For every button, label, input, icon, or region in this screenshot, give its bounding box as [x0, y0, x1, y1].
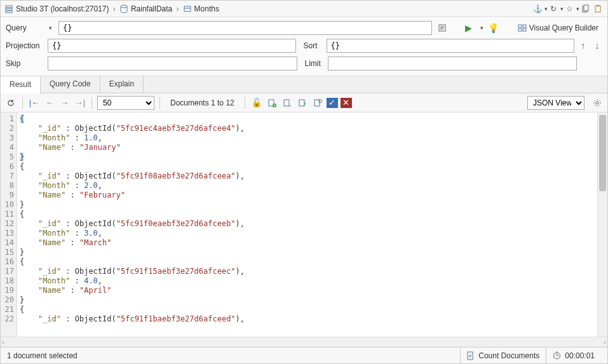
collection-icon [183, 4, 192, 13]
sort-desc-icon[interactable]: ↓ [592, 41, 602, 51]
run-button[interactable]: ▶ [463, 22, 475, 34]
delete-icon[interactable]: ✕ [341, 98, 352, 108]
crumb-connection[interactable]: Studio 3T (localhost:27017) [4, 4, 109, 13]
sort-asc-icon[interactable]: ↑ [578, 41, 588, 51]
svg-rect-8 [595, 6, 600, 12]
crumb-connection-label: Studio 3T (localhost:27017) [16, 4, 109, 13]
tab-query-code[interactable]: Query Code [41, 76, 100, 93]
json-code[interactable]: { "_id" : ObjectId("5fc91ec4aebf3e27d6af… [17, 112, 597, 337]
status-bar: 1 document selected # Count Documents 00… [1, 347, 607, 363]
svg-rect-4 [184, 6, 191, 11]
line-gutter: 1 2 3 4 5 6 7 8 9 10 11 12 13 14 15 16 1… [1, 112, 17, 337]
scrollbar-vertical[interactable] [597, 112, 607, 337]
copy-icon[interactable] [579, 3, 591, 15]
svg-rect-2 [6, 11, 12, 13]
svg-text:#: # [469, 353, 472, 359]
documents-range-label: Documents 1 to 12 [170, 98, 234, 107]
query-dropdown[interactable]: ▾ [49, 25, 52, 31]
query-label: Query [6, 24, 44, 32]
scrollbar-thumb[interactable] [599, 115, 606, 191]
breadcrumb-sep: › [113, 4, 116, 13]
svg-rect-9 [597, 5, 599, 6]
crumb-collection[interactable]: Months [183, 4, 219, 13]
refresh-icon[interactable] [4, 97, 17, 109]
hint-icon[interactable]: 💡 [487, 22, 500, 34]
export-doc-icon[interactable] [311, 97, 324, 109]
paste-icon[interactable] [592, 3, 604, 15]
query-panel: Query ▾ ▶ ▾ 💡 Visual Query Builder Proje… [1, 17, 607, 76]
scroll-right-icon[interactable]: › [604, 339, 606, 346]
crumb-database-label: RainfallData [131, 4, 172, 13]
history-icon[interactable]: ↻ [548, 3, 559, 15]
nav-next-icon[interactable]: → [58, 97, 71, 109]
svg-point-3 [121, 5, 127, 8]
svg-point-25 [318, 99, 321, 102]
json-viewer: 1 2 3 4 5 6 7 8 9 10 11 12 13 14 15 16 1… [1, 112, 607, 337]
svg-rect-16 [518, 29, 522, 31]
sort-input[interactable] [327, 39, 575, 53]
count-documents-button[interactable]: # Count Documents [460, 347, 546, 363]
check-icon[interactable]: ✓ [327, 98, 338, 108]
projection-label: Projection [6, 41, 44, 50]
breadcrumb: Studio 3T (localhost:27017) › RainfallDa… [1, 1, 607, 17]
nav-first-icon[interactable]: |← [28, 97, 41, 109]
sort-label: Sort [304, 41, 323, 50]
lock-icon[interactable]: 🔓 [250, 97, 263, 109]
projection-input[interactable] [48, 39, 296, 53]
view-doc-icon[interactable] [281, 97, 294, 109]
page-size-select[interactable]: 50 [97, 96, 154, 110]
document-icon: # [467, 351, 475, 360]
settings-icon[interactable] [591, 97, 604, 109]
tab-result[interactable]: Result [1, 77, 41, 94]
count-label: Count Documents [478, 351, 539, 360]
svg-rect-1 [6, 8, 12, 10]
limit-input[interactable] [328, 57, 578, 71]
format-icon[interactable] [436, 22, 449, 34]
vqb-label: Visual Query Builder [529, 24, 598, 32]
favorite-icon[interactable]: ☆ [564, 3, 575, 15]
svg-rect-0 [6, 6, 12, 8]
tab-explain[interactable]: Explain [100, 76, 144, 93]
query-input[interactable] [58, 21, 432, 35]
builder-icon [518, 24, 527, 32]
clock-icon [553, 351, 561, 360]
edit-doc-icon[interactable] [296, 97, 309, 109]
nav-prev-icon[interactable]: ← [43, 97, 56, 109]
database-icon [119, 4, 128, 13]
svg-rect-17 [523, 29, 526, 31]
view-mode-select[interactable]: JSON View [527, 96, 584, 110]
svg-rect-15 [523, 25, 526, 27]
limit-label: Limit [305, 59, 324, 68]
anchor-icon[interactable]: ⚓ [532, 3, 543, 15]
crumb-database[interactable]: RainfallData [119, 4, 172, 13]
status-selection: 1 document selected [7, 351, 78, 360]
server-icon [4, 4, 13, 13]
run-dropdown[interactable]: ▾ [480, 25, 483, 31]
skip-input[interactable] [48, 57, 297, 71]
svg-rect-22 [284, 100, 289, 106]
result-toolbar: |← ← → →| 50 Documents 1 to 12 🔓 ✓ ✕ JSO… [1, 93, 607, 112]
svg-point-26 [596, 102, 598, 104]
skip-label: Skip [6, 59, 44, 68]
scrollbar-horizontal[interactable]: ‹ › [1, 337, 607, 347]
elapsed-label: 00:00:01 [565, 351, 595, 360]
visual-query-builder-button[interactable]: Visual Query Builder [514, 22, 602, 34]
svg-rect-14 [518, 25, 522, 27]
breadcrumb-sep: › [176, 4, 179, 13]
nav-last-icon[interactable]: →| [74, 97, 86, 109]
crumb-collection-label: Months [194, 4, 219, 13]
result-tabs: Result Query Code Explain [1, 76, 607, 93]
add-doc-icon[interactable] [266, 97, 278, 109]
svg-rect-7 [584, 5, 588, 11]
status-elapsed: 00:00:01 [546, 347, 601, 363]
scroll-left-icon[interactable]: ‹ [2, 339, 4, 346]
